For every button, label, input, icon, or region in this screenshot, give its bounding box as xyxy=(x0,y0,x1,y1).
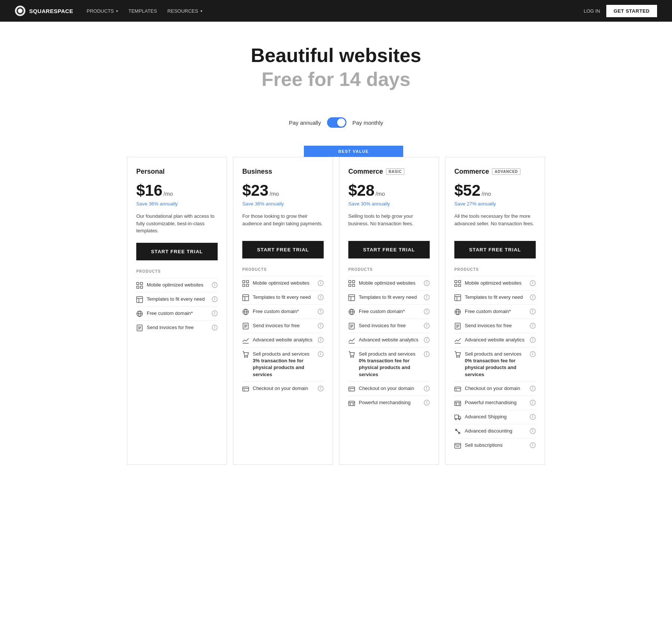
info-icon[interactable] xyxy=(318,323,324,329)
plan-save: Save 30% annually xyxy=(348,201,430,207)
info-icon[interactable] xyxy=(212,325,218,331)
info-icon[interactable] xyxy=(424,309,430,315)
pricing-section: BEST VALUE Personal $16 /mo Save 36% ann… xyxy=(119,146,553,495)
feature-item: Powerful merchandising xyxy=(348,396,430,410)
feature-item: Advanced website analytics xyxy=(454,333,536,347)
merch-icon xyxy=(348,400,355,406)
brand-logo[interactable]: SQUARESPACE xyxy=(15,6,73,16)
info-icon[interactable] xyxy=(424,323,430,329)
feature-item: Checkout on your domain xyxy=(454,381,536,396)
info-icon[interactable] xyxy=(212,310,218,316)
info-icon[interactable] xyxy=(318,385,324,391)
info-icon[interactable] xyxy=(530,294,536,300)
svg-rect-69 xyxy=(352,281,355,283)
get-started-button[interactable]: GET STARTED xyxy=(606,5,657,17)
info-icon[interactable] xyxy=(318,309,324,315)
info-icon[interactable] xyxy=(318,294,324,300)
start-trial-button[interactable]: START FREE TRIAL xyxy=(348,241,430,258)
info-icon[interactable] xyxy=(424,400,430,406)
nav-resources[interactable]: RESOURCES ▾ xyxy=(167,8,202,14)
feature-left: Send invoices for free xyxy=(136,324,209,331)
feature-item: Send invoices for free xyxy=(242,319,324,333)
info-icon[interactable] xyxy=(212,296,218,302)
billing-toggle[interactable] xyxy=(327,117,346,128)
info-icon[interactable] xyxy=(424,337,430,343)
feature-left: Send invoices for free xyxy=(348,322,421,329)
info-icon[interactable] xyxy=(424,385,430,391)
start-trial-button[interactable]: START FREE TRIAL xyxy=(136,243,218,260)
feature-item: Templates to fit every need xyxy=(136,292,218,306)
info-icon[interactable] xyxy=(530,337,536,343)
grid-icon xyxy=(454,280,461,287)
nav-templates[interactable]: TEMPLATES xyxy=(128,8,157,14)
analytics-icon xyxy=(242,337,249,344)
best-value-banner: BEST VALUE xyxy=(304,146,403,157)
nav-products[interactable]: PRODUCTS ▾ xyxy=(87,8,118,14)
feature-text: Free custom domain* xyxy=(465,308,511,315)
features-section: PRODUCTS Mobile optimized websites Templ… xyxy=(136,269,218,335)
svg-point-57 xyxy=(245,356,245,357)
grid-icon xyxy=(242,280,249,287)
pricing-cards: Personal $16 /mo Save 36% annually Our f… xyxy=(127,157,545,465)
info-icon[interactable] xyxy=(424,294,430,300)
feature-text: Advanced Shipping xyxy=(465,413,507,420)
info-icon[interactable] xyxy=(530,442,536,448)
plan-badge: ADVANCED xyxy=(492,168,520,175)
info-icon[interactable] xyxy=(212,282,218,288)
info-icon[interactable] xyxy=(530,323,536,329)
info-icon[interactable] xyxy=(530,414,536,420)
feature-item: Sell subscriptions xyxy=(454,438,536,452)
price-dollar: $52 xyxy=(454,182,480,199)
feature-text: Powerful merchandising xyxy=(465,399,517,406)
feature-text: Sell products and services3% transaction… xyxy=(253,351,315,378)
start-trial-button[interactable]: START FREE TRIAL xyxy=(242,241,324,258)
info-icon[interactable] xyxy=(318,337,324,343)
info-icon[interactable] xyxy=(318,280,324,286)
plan-name: Personal xyxy=(136,168,218,176)
info-icon[interactable] xyxy=(530,385,536,391)
invoice-icon xyxy=(242,323,249,329)
feature-text: Free custom domain* xyxy=(147,310,193,317)
globe-icon xyxy=(136,310,143,317)
info-icon[interactable] xyxy=(530,400,536,406)
info-icon[interactable] xyxy=(530,428,536,434)
info-icon[interactable] xyxy=(318,351,324,357)
feature-item: Free custom domain* xyxy=(454,304,536,319)
start-trial-button[interactable]: START FREE TRIAL xyxy=(454,241,536,258)
info-icon[interactable] xyxy=(424,351,430,357)
feature-text: Mobile optimized websites xyxy=(253,280,309,286)
layout-icon xyxy=(454,294,461,301)
svg-point-13 xyxy=(215,298,215,298)
feature-text: Checkout on your domain xyxy=(253,385,308,392)
feature-left: Templates to fit every need xyxy=(136,296,209,303)
feature-left: Send invoices for free xyxy=(454,322,527,329)
annual-label: Pay annually xyxy=(289,120,321,126)
subscription-icon xyxy=(454,442,461,449)
globe-icon xyxy=(242,309,249,315)
info-icon[interactable] xyxy=(530,351,536,357)
nav-links: PRODUCTS ▾ TEMPLATES RESOURCES ▾ xyxy=(87,8,202,14)
feature-item: Advanced website analytics xyxy=(348,333,430,347)
svg-point-19 xyxy=(215,312,215,312)
svg-point-86 xyxy=(427,310,427,311)
feature-left: Free custom domain* xyxy=(242,308,315,315)
feature-text: Templates to fit every need xyxy=(253,294,311,301)
feature-text: Send invoices for free xyxy=(465,322,512,329)
info-icon[interactable] xyxy=(530,280,536,286)
svg-rect-1 xyxy=(137,282,139,285)
login-link[interactable]: LOG IN xyxy=(584,8,600,14)
feature-left: Checkout on your domain xyxy=(454,385,527,392)
feature-left: Free custom domain* xyxy=(454,308,527,315)
pricing-card-1: Business $23 /mo Save 36% annually For t… xyxy=(233,157,333,465)
info-icon[interactable] xyxy=(424,280,430,286)
layout-icon xyxy=(136,296,143,303)
feature-left: Powerful merchandising xyxy=(348,399,421,406)
feature-text: Advanced website analytics xyxy=(359,337,419,343)
svg-point-52 xyxy=(321,325,321,325)
analytics-icon xyxy=(454,337,461,344)
svg-rect-3 xyxy=(137,286,139,288)
features-header: PRODUCTS xyxy=(242,267,324,272)
grid-icon xyxy=(136,282,143,289)
info-icon[interactable] xyxy=(530,309,536,315)
feature-item: Mobile optimized websites xyxy=(242,276,324,290)
